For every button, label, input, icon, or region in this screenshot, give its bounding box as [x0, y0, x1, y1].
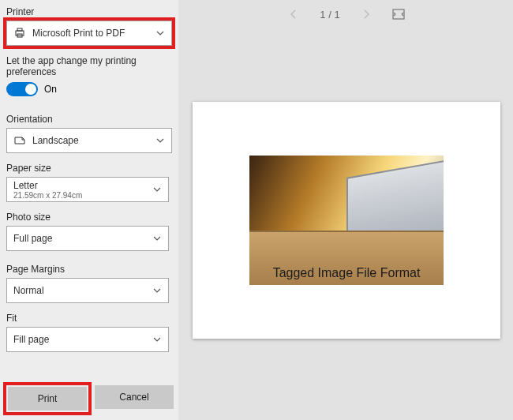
preview-image: Tagged Image File Format — [249, 156, 444, 285]
photo-size-value: Full page — [13, 233, 148, 244]
svg-rect-1 — [17, 28, 22, 31]
page-indicator: 1 / 1 — [320, 9, 339, 21]
paper-size-dimensions: 21.59cm x 27.94cm — [13, 191, 82, 200]
page-margins-value: Normal — [13, 285, 148, 296]
printer-label: Printer — [6, 6, 172, 17]
paper-size-label: Paper size — [6, 163, 172, 174]
landscape-page-icon — [13, 134, 26, 147]
chevron-down-icon — [155, 28, 165, 38]
paper-size-value: Letter — [13, 180, 82, 191]
page-prev-button[interactable] — [288, 9, 299, 20]
fit-window-icon[interactable] — [392, 9, 405, 20]
chevron-down-icon — [155, 136, 165, 145]
photo-size-label: Photo size — [6, 212, 172, 223]
page-margins-dropdown[interactable]: Normal — [6, 278, 169, 303]
preferences-toggle[interactable] — [6, 82, 38, 96]
svg-rect-3 — [393, 9, 404, 19]
chevron-down-icon — [152, 234, 162, 243]
print-preview-page: Tagged Image File Format — [193, 102, 500, 339]
print-button-highlight: Print — [6, 385, 88, 412]
preview-image-caption: Tagged Image File Format — [257, 266, 436, 280]
chevron-down-icon — [152, 286, 162, 295]
photo-size-dropdown[interactable]: Full page — [6, 226, 169, 251]
cancel-button[interactable]: Cancel — [95, 385, 174, 409]
print-settings-panel: Printer Microsoft Print to PDF Let the a… — [0, 0, 178, 420]
printing-preferences-label: Let the app change my printing preferenc… — [6, 55, 172, 77]
paper-size-dropdown[interactable]: Letter 21.59cm x 27.94cm — [6, 177, 169, 202]
orientation-label: Orientation — [6, 114, 172, 125]
preferences-toggle-state: On — [44, 84, 57, 95]
chevron-down-icon — [152, 185, 162, 194]
fit-label: Fit — [6, 313, 172, 324]
preview-panel: 1 / 1 Tagged Image File Format — [178, 0, 513, 420]
page-margins-label: Page Margins — [6, 264, 172, 275]
fit-dropdown[interactable]: Fill page — [6, 327, 169, 352]
chevron-down-icon — [152, 335, 162, 344]
printer-icon — [13, 27, 26, 39]
printer-dropdown[interactable]: Microsoft Print to PDF — [6, 21, 172, 46]
orientation-dropdown[interactable]: Landscape — [6, 128, 172, 153]
page-next-button[interactable] — [361, 9, 372, 20]
fit-value: Fill page — [13, 334, 148, 345]
pager: 1 / 1 — [178, 0, 513, 28]
printer-value: Microsoft Print to PDF — [32, 28, 151, 39]
orientation-value: Landscape — [32, 135, 151, 146]
print-button[interactable]: Print — [8, 387, 87, 411]
